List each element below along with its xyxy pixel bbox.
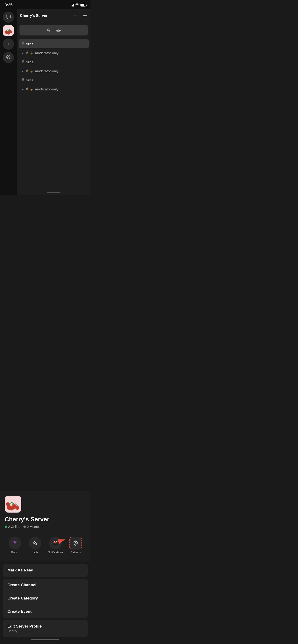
- message-icon: [6, 14, 11, 20]
- lock-icon-2: 🔒: [30, 70, 33, 72]
- channel-list: Cherry's Server ···: [17, 9, 91, 195]
- hash-icon-4: #: [26, 69, 28, 73]
- sidebar-item-cherry-server[interactable]: [3, 25, 14, 36]
- header-icons: ···: [74, 13, 87, 18]
- more-options-icon[interactable]: ···: [74, 13, 79, 18]
- hash-icon-3: #: [22, 60, 24, 64]
- hash-icon-2: #: [26, 51, 28, 55]
- svg-point-5: [7, 55, 10, 59]
- channel-name-mod-1: moderator-only: [35, 51, 59, 55]
- signal-icon: [70, 4, 74, 6]
- channel-name-mod-3: moderator-only: [35, 87, 59, 91]
- battery-icon: [80, 4, 86, 6]
- wifi-icon: [75, 4, 79, 7]
- channel-header: Cherry's Server ···: [17, 9, 91, 22]
- server-name-header: Cherry's Server: [20, 14, 48, 18]
- status-bar: 3:25: [0, 0, 91, 9]
- invite-icon: [47, 28, 51, 33]
- channel-item-rules-2[interactable]: # rules: [19, 58, 89, 66]
- channel-item-rules-3[interactable]: # rules: [19, 76, 89, 84]
- channel-item-mod-1[interactable]: ▶ # 🔒 moderator-only: [19, 48, 89, 57]
- discover-icon: [6, 54, 11, 60]
- svg-line-10: [8, 56, 9, 58]
- sidebar-item-messages[interactable]: [3, 12, 14, 23]
- hamburger-icon[interactable]: [83, 13, 87, 18]
- channel-item-rules-1[interactable]: # rules: [19, 40, 89, 48]
- status-icons: [70, 4, 86, 7]
- svg-point-8: [9, 58, 10, 58]
- chevron-icon-2: ▶: [22, 70, 24, 72]
- svg-rect-0: [6, 15, 11, 18]
- svg-point-7: [7, 58, 8, 58]
- app-layout: + Cherry's Server ···: [0, 9, 91, 195]
- channel-items: # rules ▶ # 🔒 moderator-only # rules ▶ #…: [17, 38, 91, 191]
- svg-line-9: [8, 56, 8, 58]
- sidebar: +: [0, 9, 17, 195]
- hash-icon-6: #: [26, 87, 28, 91]
- chevron-icon-1: ▶: [22, 52, 24, 54]
- invite-button[interactable]: Invite: [20, 25, 88, 36]
- channel-name-rules-1: rules: [26, 42, 34, 46]
- svg-point-6: [8, 56, 9, 56]
- sidebar-item-add-server[interactable]: +: [3, 38, 14, 50]
- channel-item-mod-3[interactable]: ▶ # 🔒 moderator-only: [19, 84, 89, 94]
- lock-icon-1: 🔒: [30, 52, 33, 54]
- invite-btn-label: Invite: [53, 28, 61, 32]
- status-time: 3:25: [5, 3, 13, 8]
- hash-icon-5: #: [22, 78, 24, 82]
- hash-icon-1: #: [22, 42, 24, 46]
- svg-point-4: [7, 32, 10, 34]
- chevron-icon-3: ▶: [22, 88, 24, 90]
- channel-name-mod-2: moderator-only: [35, 69, 59, 73]
- channel-name-rules-2: rules: [26, 60, 34, 64]
- add-server-icon: +: [7, 41, 10, 47]
- sidebar-item-discover[interactable]: [3, 52, 14, 63]
- scroll-indicator: [47, 192, 61, 193]
- lock-icon-3: 🔒: [30, 88, 33, 91]
- channel-item-mod-2[interactable]: ▶ # 🔒 moderator-only: [19, 66, 89, 75]
- channel-name-rules-3: rules: [26, 78, 34, 82]
